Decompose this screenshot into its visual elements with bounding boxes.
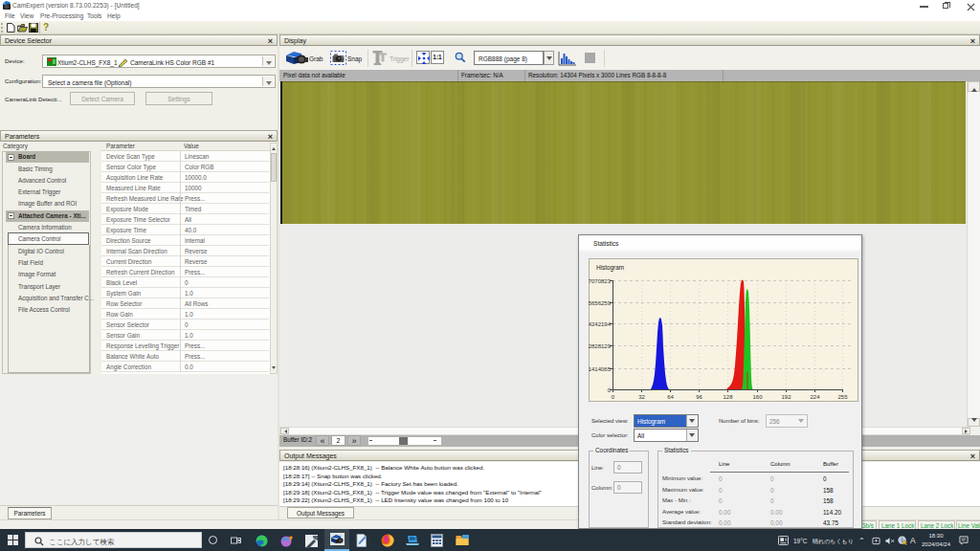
svg-text:1414065: 1414065 [589, 366, 612, 372]
svg-text:5656259: 5656259 [589, 300, 612, 306]
svg-text:2828129: 2828129 [589, 343, 612, 349]
svg-text:224: 224 [810, 394, 820, 400]
svg-text:192: 192 [781, 394, 791, 400]
svg-text:7070823: 7070823 [589, 278, 612, 284]
svg-text:64: 64 [667, 394, 674, 400]
svg-text:96: 96 [696, 394, 702, 400]
svg-text:32: 32 [638, 394, 645, 400]
svg-text:160: 160 [752, 394, 763, 400]
svg-text:255: 255 [837, 394, 848, 400]
svg-text:0: 0 [612, 394, 615, 400]
svg-text:4242194: 4242194 [589, 321, 612, 327]
svg-text:128: 128 [723, 394, 733, 400]
